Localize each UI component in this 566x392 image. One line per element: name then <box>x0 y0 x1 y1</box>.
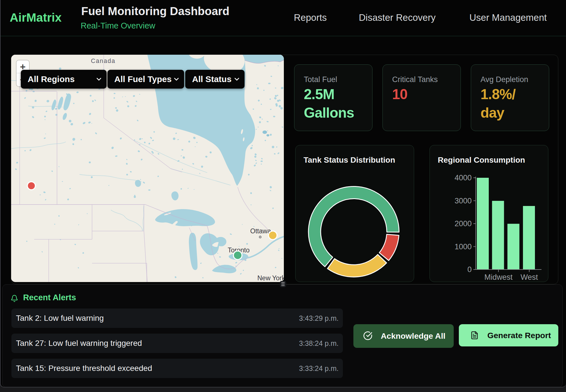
svg-text:2000: 2000 <box>455 219 472 228</box>
svg-text:Canada: Canada <box>91 58 115 64</box>
svg-text:4000: 4000 <box>455 173 472 182</box>
svg-text:0: 0 <box>467 265 472 274</box>
svg-text:Midwest: Midwest <box>484 273 513 281</box>
svg-text:Ottawa: Ottawa <box>250 227 271 235</box>
svg-text:West: West <box>520 273 538 281</box>
svg-text:3000: 3000 <box>455 197 472 205</box>
svg-text:1000: 1000 <box>455 242 472 251</box>
